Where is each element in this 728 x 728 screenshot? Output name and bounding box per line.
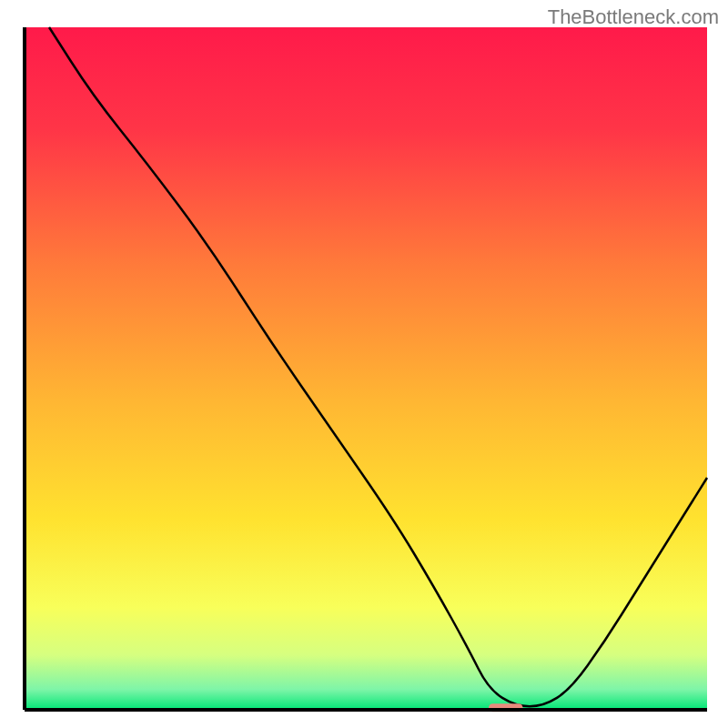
watermark-text: TheBottleneck.com xyxy=(548,5,719,29)
plot-background xyxy=(25,27,707,710)
chart-container: TheBottleneck.com xyxy=(0,0,728,728)
bottleneck-chart xyxy=(0,0,728,728)
